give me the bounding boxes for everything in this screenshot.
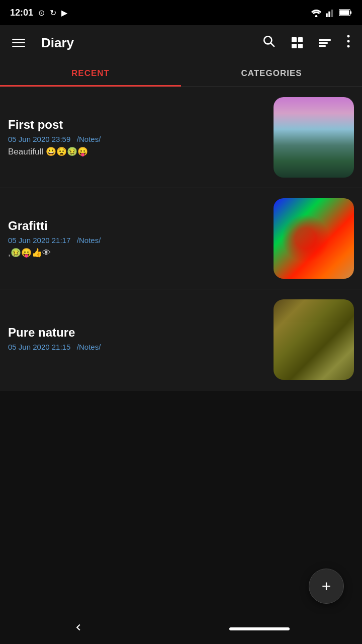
entry-text-2: Grafitti 05 Jun 2020 21:17 /Notes/ ,🤢😛👍👁 (8, 219, 274, 258)
entry-item[interactable]: Pure nature 05 Jun 2020 21:15 /Notes/ (0, 289, 362, 390)
app-bar: Diary (0, 25, 362, 60)
entry-item[interactable]: Grafitti 05 Jun 2020 21:17 /Notes/ ,🤢😛👍👁 (0, 188, 362, 289)
svg-rect-6 (350, 11, 352, 14)
entry-title-3: Pure nature (8, 326, 265, 340)
entry-meta-1: 05 Jun 2020 23:59 /Notes/ (8, 135, 265, 143)
tab-categories[interactable]: CATEGORIES (181, 60, 362, 87)
entry-meta-3: 05 Jun 2020 21:15 /Notes/ (8, 343, 265, 351)
circle-indicator-icon: ⊙ (38, 8, 45, 18)
status-time: 12:01 (10, 8, 33, 18)
svg-rect-1 (326, 14, 328, 18)
entry-text-1: First post 05 Jun 2020 23:59 /Notes/ Bea… (8, 118, 274, 157)
svg-line-8 (271, 43, 275, 47)
bottom-navigation-bar (0, 614, 362, 644)
svg-point-0 (315, 15, 318, 17)
list-view-button[interactable] (315, 35, 335, 51)
svg-point-9 (347, 35, 350, 38)
add-entry-button[interactable]: + (309, 569, 344, 604)
svg-rect-5 (339, 10, 349, 15)
entry-thumbnail-1 (274, 97, 354, 178)
svg-point-11 (347, 45, 350, 48)
svg-point-7 (264, 36, 272, 44)
back-button[interactable] (73, 622, 84, 636)
entry-preview-1: Beautifull 😀😧🤢😛 (8, 146, 265, 157)
battery-icon (339, 9, 352, 17)
svg-rect-2 (328, 12, 330, 17)
youtube-icon: ▶ (61, 8, 67, 18)
entry-list: First post 05 Jun 2020 23:59 /Notes/ Bea… (0, 87, 362, 390)
sync-icon: ↻ (50, 8, 56, 18)
entry-item[interactable]: First post 05 Jun 2020 23:59 /Notes/ Bea… (0, 87, 362, 188)
grid-view-button[interactable] (288, 33, 307, 52)
entry-meta-2: 05 Jun 2020 21:17 /Notes/ (8, 236, 265, 245)
entry-preview-2: ,🤢😛👍👁 (8, 248, 265, 258)
entry-thumbnail-2 (274, 198, 354, 279)
entry-thumbnail-3 (274, 299, 354, 380)
app-title: Diary (41, 35, 250, 51)
more-options-button[interactable] (343, 31, 354, 55)
entry-text-3: Pure nature 05 Jun 2020 21:15 /Notes/ (8, 326, 274, 354)
home-indicator[interactable] (229, 627, 290, 630)
signal-icon (326, 8, 335, 17)
entry-title-1: First post (8, 118, 265, 132)
wifi-icon (311, 8, 322, 17)
svg-rect-3 (331, 10, 333, 17)
status-bar: 12:01 ⊙ ↻ ▶ (0, 0, 362, 25)
svg-point-10 (347, 40, 350, 43)
tab-recent[interactable]: RECENT (0, 60, 181, 87)
search-button[interactable] (258, 31, 280, 55)
tabs-bar: RECENT CATEGORIES (0, 60, 362, 87)
entry-title-2: Grafitti (8, 219, 265, 233)
menu-button[interactable] (8, 35, 29, 51)
